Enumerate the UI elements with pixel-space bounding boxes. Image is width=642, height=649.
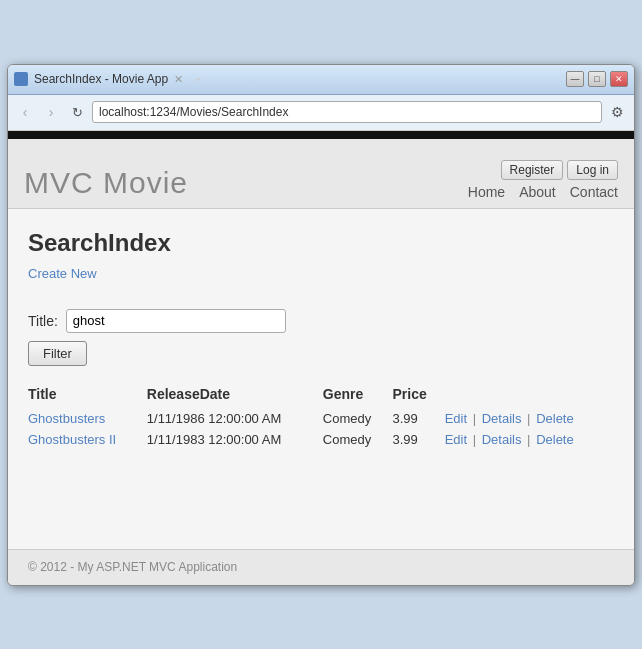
search-input[interactable] (66, 309, 286, 333)
col-price: Price (393, 382, 445, 408)
login-button[interactable]: Log in (567, 160, 618, 180)
address-input[interactable] (92, 101, 602, 123)
tab-close[interactable]: ✕ (174, 73, 183, 86)
filter-button[interactable]: Filter (28, 341, 87, 366)
cell-release-date: 1/11/1983 12:00:00 AM (147, 429, 323, 450)
col-title: Title (28, 382, 147, 408)
main-content: SearchIndex Create New Title: Filter Tit… (8, 209, 634, 549)
cell-actions: Edit | Details | Delete (445, 408, 614, 429)
table-header-row: Title ReleaseDate Genre Price (28, 382, 614, 408)
col-release-date: ReleaseDate (147, 382, 323, 408)
addressbar: ‹ › ↻ ⚙ (8, 95, 634, 131)
create-new-link[interactable]: Create New (28, 266, 97, 281)
cell-actions: Edit | Details | Delete (445, 429, 614, 450)
page-title: SearchIndex (28, 229, 614, 257)
new-tab[interactable]: + (195, 73, 201, 85)
sep2: | (527, 411, 530, 426)
titlebar-left: SearchIndex - Movie App ✕ + (14, 72, 202, 86)
cell-title: Ghostbusters (28, 408, 147, 429)
top-navbar (8, 131, 634, 139)
browser-window: SearchIndex - Movie App ✕ + — □ ✕ ‹ › ↻ … (7, 64, 635, 586)
edit-link[interactable]: Edit (445, 411, 467, 426)
details-link[interactable]: Details (482, 432, 522, 447)
search-label: Title: (28, 313, 58, 329)
cell-genre: Comedy (323, 429, 393, 450)
col-genre: Genre (323, 382, 393, 408)
col-actions (445, 382, 614, 408)
tab-title: SearchIndex - Movie App (34, 72, 168, 86)
back-button[interactable]: ‹ (14, 101, 36, 123)
settings-icon[interactable]: ⚙ (606, 101, 628, 123)
nav-home[interactable]: Home (468, 184, 505, 200)
titlebar-controls: — □ ✕ (566, 71, 628, 87)
titlebar: SearchIndex - Movie App ✕ + — □ ✕ (8, 65, 634, 95)
register-button[interactable]: Register (501, 160, 564, 180)
refresh-button[interactable]: ↻ (66, 101, 88, 123)
sep2: | (527, 432, 530, 447)
search-section: Title: Filter (28, 309, 614, 366)
site-header: MVC Movie Register Log in Home About Con… (8, 139, 634, 209)
edit-link[interactable]: Edit (445, 432, 467, 447)
table-row: Ghostbusters II 1/11/1983 12:00:00 AM Co… (28, 429, 614, 450)
movie-title-link[interactable]: Ghostbusters (28, 411, 105, 426)
cell-title: Ghostbusters II (28, 429, 147, 450)
auth-buttons: Register Log in (501, 160, 618, 180)
header-right: Register Log in Home About Contact (468, 160, 618, 200)
nav-contact[interactable]: Contact (570, 184, 618, 200)
details-link[interactable]: Details (482, 411, 522, 426)
close-button[interactable]: ✕ (610, 71, 628, 87)
nav-links: Home About Contact (468, 184, 618, 200)
forward-button[interactable]: › (40, 101, 62, 123)
sep1: | (473, 432, 476, 447)
footer-text: © 2012 - My ASP.NET MVC Application (28, 560, 237, 574)
delete-link[interactable]: Delete (536, 432, 574, 447)
movie-title-link[interactable]: Ghostbusters II (28, 432, 116, 447)
cell-price: 3.99 (393, 408, 445, 429)
tab-icon (14, 72, 28, 86)
cell-price: 3.99 (393, 429, 445, 450)
site-title: MVC Movie (24, 166, 188, 200)
cell-release-date: 1/11/1986 12:00:00 AM (147, 408, 323, 429)
delete-link[interactable]: Delete (536, 411, 574, 426)
maximize-button[interactable]: □ (588, 71, 606, 87)
minimize-button[interactable]: — (566, 71, 584, 87)
table-row: Ghostbusters 1/11/1986 12:00:00 AM Comed… (28, 408, 614, 429)
site-footer: © 2012 - My ASP.NET MVC Application (8, 549, 634, 585)
search-row: Title: (28, 309, 614, 333)
nav-about[interactable]: About (519, 184, 556, 200)
cell-genre: Comedy (323, 408, 393, 429)
sep1: | (473, 411, 476, 426)
movies-table: Title ReleaseDate Genre Price Ghostbuste… (28, 382, 614, 450)
